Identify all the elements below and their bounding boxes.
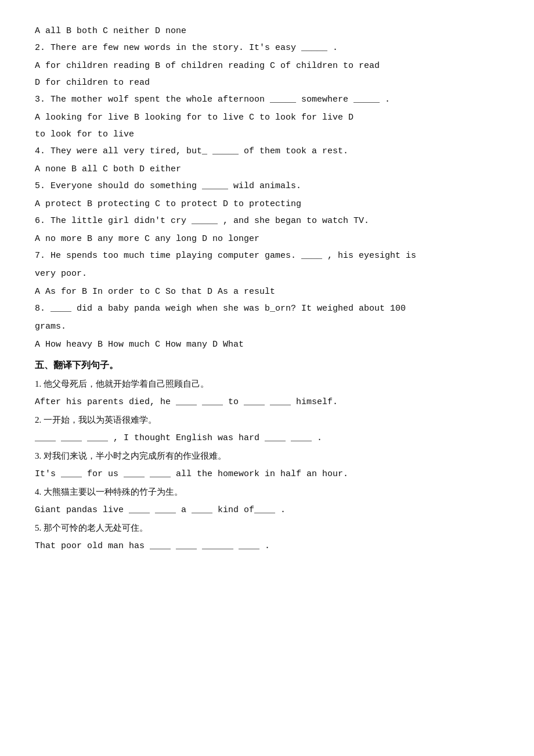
- q3-text: 3. The mother wolf spent the whole after…: [35, 92, 499, 107]
- t3-chinese: 3. 对我们来说，半小时之内完成所有的作业很难。: [35, 448, 499, 464]
- t1-chinese: 1. 他父母死后，他就开始学着自己照顾自己。: [35, 376, 499, 392]
- t4-chinese: 4. 大熊猫主要以一种特殊的竹子为生。: [35, 484, 499, 500]
- t2-english: ____ ____ ____ , I thought English was h…: [35, 430, 499, 446]
- t5-chinese: 5. 那个可怜的老人无处可住。: [35, 520, 499, 536]
- t1-english: After his parents died, he ____ ____ to …: [35, 394, 499, 410]
- q7-options: A As for B In order to C So that D As a …: [35, 284, 499, 300]
- q8-text: 8. ____ did a baby panda weigh when she …: [35, 301, 499, 316]
- t4-english: Giant pandas live ____ ____ a ____ kind …: [35, 502, 499, 518]
- q1-options: A all B both C neither D none: [35, 23, 499, 39]
- q2-text: 2. There are few new words in the story.…: [35, 40, 499, 56]
- page-content: A all B both C neither D none 2. There a…: [35, 23, 499, 554]
- q6-text: 6. The little girl didn't cry _____ , an…: [35, 213, 499, 229]
- q5-options: A protect B protecting C to protect D to…: [35, 196, 499, 212]
- q2-options-line1: A for children reading B of children rea…: [35, 58, 499, 74]
- q4-text: 4. They were all very tired, but_ _____ …: [35, 143, 499, 159]
- q6-options: A no more B any more C any long D no lon…: [35, 231, 499, 247]
- q2-options-line2: D for children to read: [35, 75, 499, 91]
- q5-text: 5. Everyone should do something _____ wi…: [35, 178, 499, 194]
- q4-options: A none B all C both D either: [35, 161, 499, 177]
- q3-options-line2: to look for to live: [35, 127, 499, 142]
- q7-cont: very poor.: [35, 266, 499, 282]
- q8-options: A How heavy B How much C How many D What: [35, 337, 499, 352]
- q3-options-line1: A looking for live B looking for to live…: [35, 110, 499, 125]
- t2-chinese: 2. 一开始，我以为英语很难学。: [35, 412, 499, 428]
- section5-title: 五、翻译下列句子。: [35, 357, 499, 374]
- q7-text: 7. He spends too much time playing compu…: [35, 248, 499, 264]
- t5-english: That poor old man has ____ ____ ______ _…: [35, 538, 499, 554]
- t3-english: It's ____ for us ____ ____ all the homew…: [35, 466, 499, 482]
- q8-cont: grams.: [35, 319, 499, 334]
